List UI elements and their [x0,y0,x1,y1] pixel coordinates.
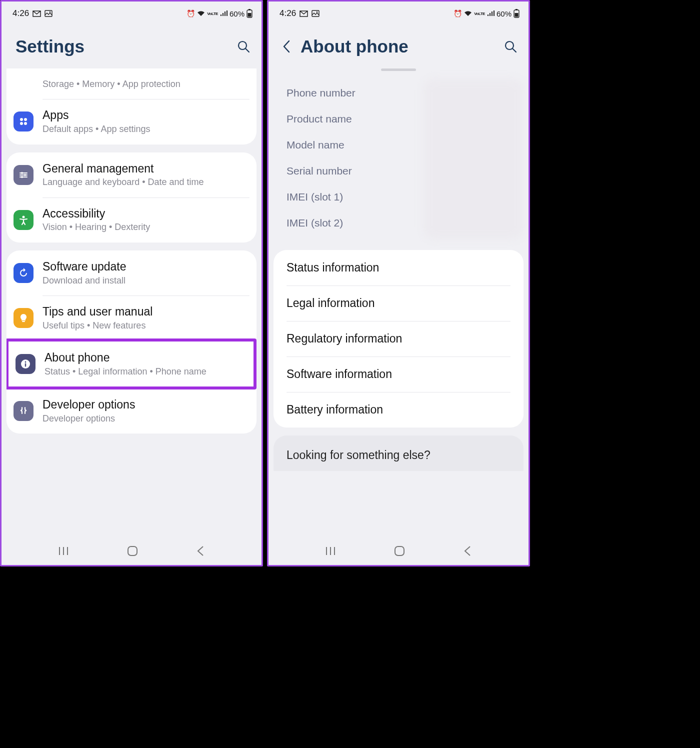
recents-button[interactable] [58,546,69,556]
settings-item-sub: Storage • Memory • App protection [42,78,250,90]
about-item-battery-information[interactable]: Battery information [274,392,524,428]
about-item-status-information[interactable]: Status information [274,250,524,286]
dev-icon [14,401,34,421]
about-header: About phone [268,22,528,68]
svg-point-28 [316,12,318,12]
svg-rect-19 [22,321,25,322]
status-time: 4:26 [12,8,29,18]
picture-icon [44,10,52,17]
about-item-regulatory-information[interactable]: Regulatory information [274,321,524,356]
settings-item-sub: Download and install [42,275,250,286]
settings-item-sub: Developer options [42,413,250,424]
settings-item-device-care[interactable]: Storage • Memory • App protection [6,68,256,99]
search-icon[interactable] [504,40,518,54]
settings-item-title: Tips and user manual [42,304,250,319]
settings-item-software-update[interactable]: Software updateDownload and install [6,250,256,296]
search-icon[interactable] [236,40,250,54]
settings-item-sub: Default apps • App settings [42,124,250,135]
settings-item-accessibility[interactable]: AccessibilityVision • Hearing • Dexterit… [6,198,256,242]
settings-item-sub: Status • Legal information • Phone name [44,366,246,378]
svg-point-15 [21,172,23,174]
device-info-block: Phone numberProduct nameModel nameSerial… [274,77,524,250]
about-icon [16,354,36,374]
svg-rect-31 [515,13,518,17]
tips-icon [14,308,34,328]
settings-item-text: Developer optionsDeveloper options [42,398,250,424]
settings-item-sub: Language and keyboard • Date and time [42,176,250,188]
settings-screen: 4:26 ⏰ VoLTE 60% Settings [0,0,263,566]
gmail-icon [32,10,41,17]
settings-group: Software updateDownload and installTips … [6,250,256,434]
settings-item-text: AppsDefault apps • App settings [42,108,250,135]
svg-point-21 [25,362,26,363]
svg-point-8 [20,118,23,121]
about-item-legal-information[interactable]: Legal information [274,286,524,321]
alarm-icon: ⏰ [186,10,195,18]
settings-item-title: Developer options [42,398,250,412]
svg-point-1 [50,12,50,12]
picture-icon [312,10,320,17]
settings-item-title: Software update [42,260,250,274]
settings-group: Storage • Memory • App protectionAppsDef… [6,68,256,144]
highlight-about-phone: About phoneStatus • Legal information • … [6,338,256,390]
settings-item-sub: Useful tips • New features [42,320,250,332]
volte-icon: VoLTE [207,12,218,16]
settings-item-title: About phone [44,350,246,365]
status-bar: 4:26 ⏰ VoLTE 60% [268,2,528,22]
svg-point-9 [24,118,27,121]
svg-point-11 [24,122,27,125]
wifi-icon [197,10,205,16]
svg-point-18 [22,216,25,218]
gmail-icon [300,10,308,17]
settings-item-about-phone[interactable]: About phoneStatus • Legal information • … [8,342,254,386]
nav-bar [2,537,262,565]
settings-item-text: Software updateDownload and install [42,260,250,286]
back-button[interactable] [463,545,472,557]
settings-item-developer-options[interactable]: Developer optionsDeveloper options [6,388,256,434]
svg-point-17 [21,176,23,178]
card-handle[interactable] [381,68,416,71]
status-bar: 4:26 ⏰ VoLTE 60% [2,2,262,22]
volte-icon: VoLTE [474,12,485,16]
battery-pct: 60% [496,10,512,18]
svg-rect-22 [25,364,26,367]
back-button[interactable] [196,545,205,557]
page-title: About phone [300,36,408,56]
settings-item-apps[interactable]: AppsDefault apps • App settings [6,99,256,144]
battery-icon [514,9,520,18]
settings-list: Storage • Memory • App protectionAppsDef… [2,68,262,537]
about-list: Status informationLegal informationRegul… [274,250,524,428]
svg-rect-3 [248,9,250,10]
settings-item-text: General managementLanguage and keyboard … [42,162,250,188]
settings-item-title: Apps [42,108,250,122]
accessibility-icon [14,210,34,230]
settings-item-text: Storage • Memory • App protection [42,78,250,90]
settings-item-sub: Vision • Hearing • Dexterity [42,222,250,233]
about-item-software-information[interactable]: Software information [274,356,524,392]
nav-bar [268,537,528,565]
about-content: Phone numberProduct nameModel nameSerial… [268,68,528,537]
svg-rect-30 [516,9,518,10]
signal-icon [487,10,494,16]
home-button[interactable] [394,545,406,557]
about-phone-screen: 4:26 ⏰ VoLTE 60% About phone [267,0,530,566]
svg-point-10 [20,122,23,125]
svg-line-33 [512,48,516,52]
svg-point-7 [21,77,26,82]
general-icon [14,165,34,185]
svg-line-6 [246,48,249,52]
svg-point-16 [24,174,26,176]
settings-group: General managementLanguage and keyboard … [6,152,256,242]
settings-item-general-management[interactable]: General managementLanguage and keyboard … [6,152,256,198]
svg-rect-4 [248,13,252,17]
back-icon[interactable] [282,40,290,53]
svg-rect-26 [128,546,137,556]
settings-item-tips-and-user-manual[interactable]: Tips and user manualUseful tips • New fe… [6,296,256,340]
home-button[interactable] [126,545,138,557]
settings-item-text: Tips and user manualUseful tips • New fe… [42,304,250,332]
apps-icon [14,112,34,132]
status-time: 4:26 [280,8,296,18]
recents-button[interactable] [325,546,336,556]
settings-item-title: General management [42,162,250,176]
looking-for-hint[interactable]: Looking for something else? [274,436,524,471]
